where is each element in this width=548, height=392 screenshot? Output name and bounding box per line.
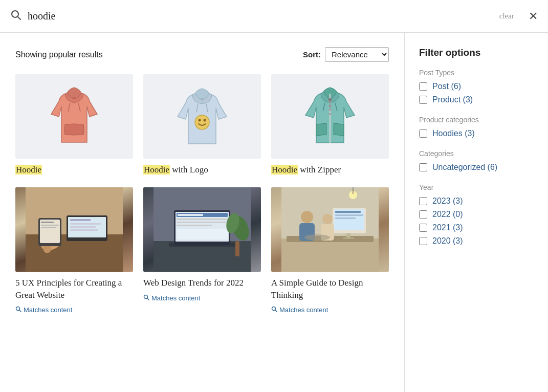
- showing-text: Showing popular results: [15, 50, 303, 59]
- result-title[interactable]: A Simple Guide to Design Thinking: [271, 277, 389, 301]
- result-title[interactable]: Hoodie with Zipper: [271, 164, 389, 176]
- search-bar: clear ✕: [0, 0, 548, 33]
- svg-rect-43: [178, 214, 203, 216]
- filter-section-label: Categories: [419, 149, 534, 158]
- result-image-webdesign[interactable]: [143, 187, 261, 272]
- svg-point-68: [322, 214, 333, 224]
- svg-rect-24: [70, 219, 91, 221]
- result-image-ux[interactable]: [15, 187, 133, 272]
- filter-section-product-categories: Product categories Hoodies (3): [419, 116, 534, 138]
- highlight-text: Hoodie: [143, 165, 170, 175]
- filter-item: Product (3): [419, 95, 534, 104]
- close-button[interactable]: ✕: [529, 11, 538, 22]
- result-image-hoodie-logo[interactable]: [143, 74, 261, 159]
- svg-rect-54: [281, 238, 379, 272]
- svg-rect-15: [328, 113, 332, 115]
- svg-point-6: [195, 115, 209, 129]
- filter-section-label: Year: [419, 183, 534, 191]
- svg-rect-34: [41, 227, 56, 228]
- filter-checkbox-hoodies[interactable]: [419, 129, 427, 138]
- svg-point-35: [16, 307, 20, 311]
- svg-rect-25: [70, 223, 101, 225]
- matches-badge: Matches content: [143, 294, 261, 302]
- svg-rect-59: [335, 214, 363, 216]
- svg-line-1: [18, 17, 21, 20]
- svg-rect-33: [41, 225, 59, 226]
- filter-item-label-hoodies[interactable]: Hoodies (3): [432, 129, 475, 138]
- result-card: Hoodie: [15, 74, 133, 179]
- svg-rect-47: [177, 229, 228, 239]
- result-title[interactable]: Hoodie: [15, 164, 133, 176]
- result-title[interactable]: 5 UX Principles for Creating a Great Web…: [15, 277, 133, 301]
- clear-button[interactable]: clear: [499, 12, 514, 20]
- sort-select[interactable]: Relevance Date Title: [325, 47, 389, 62]
- filter-checkbox-product[interactable]: [419, 96, 427, 104]
- matches-label: Matches content: [24, 306, 72, 314]
- svg-point-71: [272, 307, 276, 311]
- filter-item: Uncategorized (6): [419, 163, 534, 172]
- filter-checkbox-post[interactable]: [419, 82, 427, 91]
- filter-item-label-uncategorized[interactable]: Uncategorized (6): [432, 163, 497, 172]
- matches-label: Matches content: [151, 294, 200, 302]
- svg-point-8: [204, 119, 206, 121]
- result-title[interactable]: Web Design Trends for 2022: [143, 277, 261, 289]
- filter-item: 2022 (0): [419, 210, 534, 219]
- svg-rect-60: [335, 217, 356, 219]
- search-input[interactable]: [28, 10, 493, 22]
- filter-checkbox-2022[interactable]: [419, 210, 427, 219]
- svg-rect-58: [335, 211, 361, 213]
- filter-section-year: Year 2023 (3) 2022 (0) 2021 (3) 2020 (3): [419, 183, 534, 246]
- filter-item-label-2020[interactable]: 2020 (3): [432, 236, 463, 246]
- filter-checkbox-uncategorized[interactable]: [419, 163, 427, 171]
- result-card: 5 UX Principles for Creating a Great Web…: [15, 187, 133, 314]
- svg-line-52: [147, 298, 149, 300]
- result-image-hoodie[interactable]: [15, 74, 133, 159]
- filter-item-label-2023[interactable]: 2023 (3): [432, 197, 463, 206]
- filter-item-label-2021[interactable]: 2021 (3): [432, 223, 463, 232]
- filter-checkbox-2020[interactable]: [419, 237, 427, 245]
- svg-point-66: [301, 211, 313, 223]
- sort-bar: Showing popular results Sort: Relevance …: [15, 47, 389, 62]
- filter-item: 2023 (3): [419, 197, 534, 206]
- result-card: A Simple Guide to Design Thinking Matche…: [271, 187, 389, 314]
- result-image-hoodie-zipper[interactable]: [271, 74, 389, 159]
- svg-line-72: [275, 310, 277, 312]
- svg-rect-46: [177, 225, 212, 226]
- matches-icon: [143, 294, 149, 302]
- filter-item-label-product[interactable]: Product (3): [432, 95, 473, 104]
- filter-title: Filter options: [419, 47, 534, 58]
- main-layout: Showing popular results Sort: Relevance …: [0, 33, 548, 392]
- svg-point-7: [199, 119, 201, 121]
- filter-section-post-types: Post Types Post (6) Product (3): [419, 69, 534, 104]
- filter-checkbox-2023[interactable]: [419, 197, 427, 205]
- search-icon: [10, 9, 21, 23]
- filter-checkbox-2021[interactable]: [419, 224, 427, 232]
- filter-item: 2020 (3): [419, 236, 534, 246]
- highlight-text: Hoodie: [15, 165, 42, 175]
- results-area: Showing popular results Sort: Relevance …: [0, 33, 405, 392]
- result-card: Hoodie with Zipper: [271, 74, 389, 179]
- matches-label: Matches content: [279, 306, 328, 314]
- svg-rect-32: [41, 222, 54, 223]
- result-image-design[interactable]: [271, 187, 389, 272]
- filter-section-categories: Categories Uncategorized (6): [419, 149, 534, 172]
- filter-section-label: Product categories: [419, 116, 534, 124]
- matches-badge: Matches content: [15, 306, 133, 314]
- filter-item-label-post[interactable]: Post (6): [432, 82, 461, 91]
- result-card: Hoodie with Logo: [143, 74, 261, 179]
- svg-rect-45: [177, 222, 228, 223]
- filter-item: 2021 (3): [419, 223, 534, 232]
- result-card: Web Design Trends for 2022 Matches conte…: [143, 187, 261, 314]
- filter-item-label-2022[interactable]: 2022 (0): [432, 210, 463, 219]
- svg-rect-50: [235, 241, 239, 256]
- svg-rect-27: [70, 229, 98, 231]
- sort-label: Sort:: [303, 50, 321, 59]
- svg-point-51: [144, 295, 148, 298]
- filter-item: Hoodies (3): [419, 129, 534, 138]
- matches-badge: Matches content: [271, 306, 389, 314]
- filter-panel: Filter options Post Types Post (6) Produ…: [405, 33, 548, 392]
- result-title[interactable]: Hoodie with Logo: [143, 164, 261, 176]
- matches-icon: [15, 306, 21, 314]
- filter-section-label: Post Types: [419, 69, 534, 77]
- filter-item: Post (6): [419, 82, 534, 91]
